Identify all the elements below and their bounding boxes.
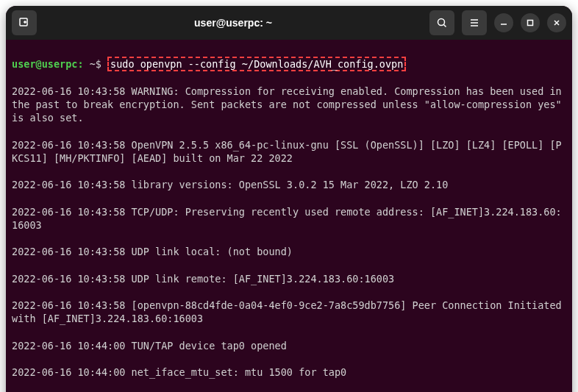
prompt-user-host: user@userpc <box>12 58 77 70</box>
output-line: 2022-06-16 10:43:58 [openvpn-88cd4fde-0a… <box>12 299 566 325</box>
minimize-icon <box>500 19 507 26</box>
titlebar: user@userpc: ~ <box>6 6 572 40</box>
svg-point-1 <box>438 19 445 26</box>
output-line: 2022-06-16 10:43:58 UDP link remote: [AF… <box>12 272 566 285</box>
prompt-separator: : <box>77 58 83 70</box>
terminal-window: user@userpc: ~ user@userpc: ~$ sudo open… <box>6 6 572 392</box>
output-line: 2022-06-16 10:43:58 WARNING: Compression… <box>12 85 566 125</box>
close-icon <box>553 19 560 26</box>
prompt-line: user@userpc: ~$ sudo openvpn --config ~/… <box>12 57 566 71</box>
minimize-button[interactable] <box>494 13 513 32</box>
search-icon <box>436 17 448 29</box>
terminal-body[interactable]: user@userpc: ~$ sudo openvpn --config ~/… <box>6 40 572 392</box>
svg-rect-2 <box>528 21 533 26</box>
maximize-icon <box>527 19 534 26</box>
command-highlight: sudo openvpn --config ~/Downloads/AVH_co… <box>107 57 406 71</box>
prompt-dollar: ~$ <box>84 58 108 70</box>
output-line: 2022-06-16 10:43:58 library versions: Op… <box>12 178 566 191</box>
output-line: 2022-06-16 10:43:58 OpenVPN 2.5.5 x86_64… <box>12 138 566 165</box>
window-title: user@userpc: ~ <box>41 17 425 29</box>
new-tab-icon <box>18 17 30 29</box>
output-line: 2022-06-16 10:44:00 net_iface_mtu_set: m… <box>12 366 566 379</box>
output-line: 2022-06-16 10:44:00 TUN/TAP device tap0 … <box>12 339 566 352</box>
close-button[interactable] <box>547 13 566 32</box>
output-line: 2022-06-16 10:43:58 UDP link local: (not… <box>12 245 566 258</box>
maximize-button[interactable] <box>521 13 540 32</box>
menu-button[interactable] <box>462 10 487 35</box>
output-line: 2022-06-16 10:43:58 TCP/UDP: Preserving … <box>12 205 566 232</box>
hamburger-icon <box>468 17 480 29</box>
search-button[interactable] <box>429 10 454 35</box>
new-tab-button[interactable] <box>12 10 37 35</box>
